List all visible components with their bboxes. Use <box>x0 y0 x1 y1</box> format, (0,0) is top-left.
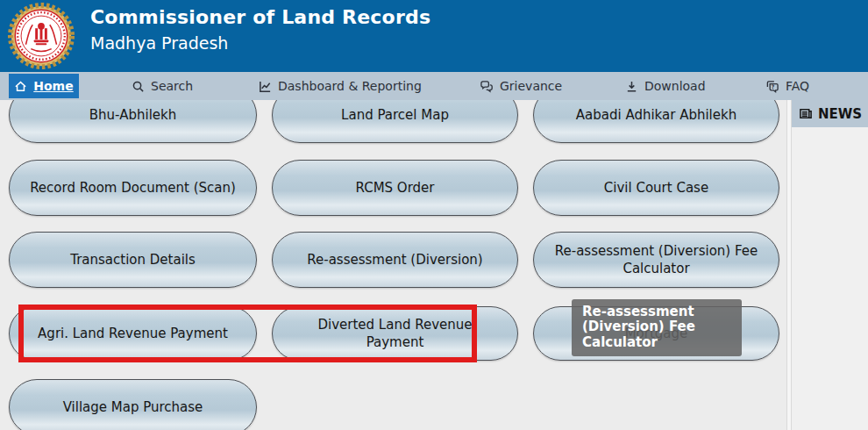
chart-line-icon <box>259 80 272 93</box>
svg-text:?: ? <box>772 82 775 89</box>
service-button-record-room-document-scan[interactable]: Record Room Document (Scan) <box>9 160 257 216</box>
page-subtitle: Madhya Pradesh <box>90 33 430 53</box>
service-button-land-parcel-map[interactable]: Land Parcel Map <box>272 100 518 143</box>
nav-item-download[interactable]: Download <box>625 72 706 100</box>
service-button-rcms-order[interactable]: RCMS Order <box>272 160 518 216</box>
nav-faq-label: FAQ <box>786 79 809 93</box>
service-button-diverted-land-revenue-payment[interactable]: Diverted Land Revenue Payment <box>272 306 518 361</box>
newspaper-icon <box>799 107 813 120</box>
nav-home-label: Home <box>33 79 73 93</box>
page: Commissioner of Land Records Madhya Prad… <box>0 0 868 430</box>
chat-bubbles-icon <box>480 80 494 93</box>
nav-item-faq[interactable]: ? FAQ <box>765 72 809 100</box>
service-button-bhu-abhilekh[interactable]: Bhu-Abhilekh <box>9 100 257 143</box>
services-row-3: Transaction Details Re-assessment (Diver… <box>9 232 780 288</box>
header-titles: Commissioner of Land Records Madhya Prad… <box>90 5 430 53</box>
services-row-2: Record Room Document (Scan) RCMS Order C… <box>9 160 780 216</box>
news-title: NEWS <box>818 106 862 122</box>
nav-item-grievance[interactable]: Grievance <box>480 72 562 100</box>
page-title: Commissioner of Land Records <box>90 5 430 31</box>
download-icon <box>625 80 638 93</box>
nav-item-dashboard-reporting[interactable]: Dashboard & Reporting <box>259 72 422 100</box>
services-row-1: Bhu-Abhilekh Land Parcel Map Aabadi Adhi… <box>9 100 780 143</box>
app-header: Commissioner of Land Records Madhya Prad… <box>0 0 868 72</box>
service-button-reassessment-diversion[interactable]: Re-assessment (Diversion) <box>272 232 518 288</box>
service-button-aabadi-adhikar-abhilekh[interactable]: Aabadi Adhikar Abhilekh <box>533 100 779 143</box>
service-button-reassessment-diversion-fee-calculator[interactable]: Re-assessment (Diversion) Fee Calculator <box>533 232 779 288</box>
service-button-agri-land-revenue-payment[interactable]: Agri. Land Revenue Payment <box>9 306 257 361</box>
nav-grievance-label: Grievance <box>500 79 562 93</box>
nav-item-search[interactable]: Search <box>132 72 193 100</box>
service-button-transaction-details[interactable]: Transaction Details <box>9 232 257 288</box>
nav-download-label: Download <box>644 79 706 93</box>
services-row-5: Village Map Purchase <box>9 379 780 430</box>
service-button-civil-court-case[interactable]: Civil Court Case <box>533 160 779 216</box>
mp-government-emblem-logo <box>7 2 75 70</box>
news-panel: NEWS <box>792 100 868 430</box>
faq-chat-icon: ? <box>765 80 779 93</box>
home-icon <box>14 80 27 93</box>
main-nav: Home Search Dashboard & Reporting Grieva… <box>0 72 868 100</box>
news-header: NEWS <box>792 100 868 127</box>
tooltip: Re-assessment (Diversion) Fee Calculator <box>572 299 742 356</box>
service-button-village-map-purchase[interactable]: Village Map Purchase <box>9 379 257 430</box>
main-content: Bhu-Abhilekh Land Parcel Map Aabadi Adhi… <box>0 100 868 430</box>
nav-search-label: Search <box>151 79 193 93</box>
search-icon <box>132 80 145 93</box>
nav-dashboard-label: Dashboard & Reporting <box>278 79 422 93</box>
nav-item-home[interactable]: Home <box>9 74 79 98</box>
